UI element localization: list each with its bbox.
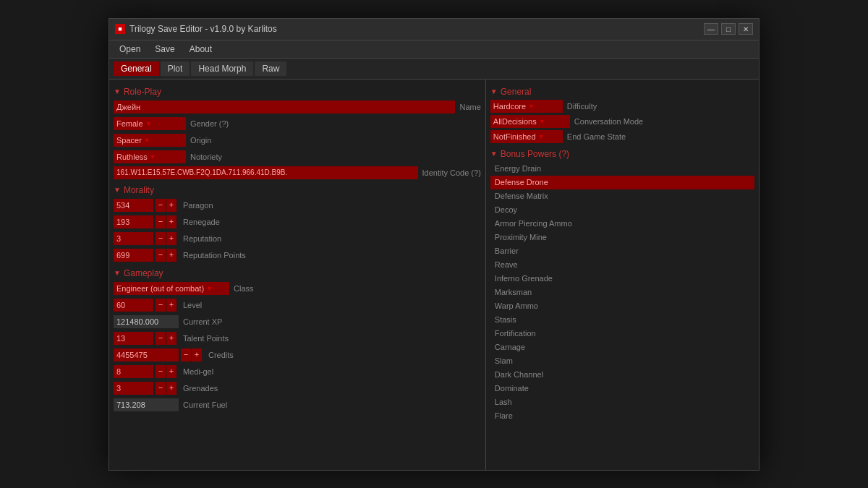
gameplay-collapse-icon[interactable]: ▼ [114,269,121,277]
bonus-power-item-17[interactable]: Lash [490,395,754,409]
bonus-power-item-6[interactable]: Barrier [490,244,754,258]
menu-about[interactable]: About [185,43,216,56]
grenades-input[interactable] [114,382,153,395]
bonus-power-item-7[interactable]: Reave [490,258,754,272]
gameplay-section-header: ▼ Gameplay [114,268,481,278]
endgame-row: NotFinished ▼ End Game State [490,130,754,143]
endgame-label: End Game State [567,132,626,141]
paragon-input[interactable] [114,199,153,212]
renegade-minus[interactable]: − [156,215,166,228]
conversation-dropdown[interactable]: AllDecisions ▼ [490,115,570,128]
bonus-power-item-18[interactable]: Flare [490,409,754,423]
reputation-plus[interactable]: + [166,232,176,245]
gender-dropdown-arrow: ▼ [145,120,152,127]
conversation-row: AllDecisions ▼ Conversation Mode [490,115,754,128]
fuel-value: 713.208 [114,398,179,411]
name-row: Name [114,100,481,114]
tab-head-morph[interactable]: Head Morph [191,61,253,76]
bonus-power-item-0[interactable]: Energy Drain [490,162,754,176]
morality-section-header: ▼ Morality [114,185,481,195]
paragon-row: − + Paragon [114,198,481,213]
close-button[interactable]: ✕ [739,23,753,35]
bonus-power-item-2[interactable]: Defense Matrix [490,189,754,203]
bonus-power-item-15[interactable]: Dark Channel [490,368,754,382]
grenades-minus[interactable]: − [156,382,166,395]
rep-points-input[interactable] [114,249,153,262]
paragon-stepper: − + [156,199,176,212]
notoriety-dropdown[interactable]: Ruthless ▼ [114,150,186,163]
credits-minus[interactable]: − [181,348,191,361]
tab-plot[interactable]: Plot [161,61,190,76]
medigel-plus[interactable]: + [166,365,176,378]
medigel-input[interactable] [114,365,153,378]
bonus-powers-section-header: ▼ Bonus Powers (?) [490,149,754,159]
general-collapse-icon[interactable]: ▼ [490,87,498,95]
reputation-row: − + Reputation [114,231,481,246]
difficulty-dropdown[interactable]: Hardcore ▼ [490,100,563,113]
credits-label: Credits [208,351,234,359]
bonus-power-item-13[interactable]: Carnage [490,341,754,354]
bonus-power-item-11[interactable]: Stasis [490,313,754,327]
roleplay-section-header: ▼ Role-Play [114,87,481,97]
reputation-minus[interactable]: − [156,232,166,245]
gender-dropdown[interactable]: Female ▼ [114,117,186,130]
bonus-power-item-10[interactable]: Warp Ammo [490,299,754,313]
bonus-powers-list: Energy DrainDefense DroneDefense MatrixD… [490,162,754,423]
credits-plus[interactable]: + [192,348,202,361]
bonus-power-item-4[interactable]: Armor Piercing Ammo [490,217,754,231]
roleplay-collapse-icon[interactable]: ▼ [114,87,121,95]
conversation-label: Conversation Mode [574,117,643,126]
rep-points-row: − + Reputation Points [114,248,481,262]
level-input[interactable] [114,299,153,312]
class-dropdown[interactable]: Engineer (out of combat) ▼ [114,282,229,295]
credits-stepper: − + [181,348,202,361]
endgame-dropdown[interactable]: NotFinished ▼ [490,130,563,143]
origin-dropdown[interactable]: Spacer ▼ [114,134,186,147]
talent-label: Talent Points [183,334,229,343]
menu-bar: Open Save About [109,40,759,59]
notoriety-dropdown-arrow: ▼ [150,153,156,160]
class-row: Engineer (out of combat) ▼ Class [114,281,481,296]
name-input[interactable] [114,100,455,114]
level-plus[interactable]: + [166,299,176,312]
bonus-power-item-1[interactable]: Defense Drone [490,176,754,189]
talent-minus[interactable]: − [156,332,166,345]
talent-input[interactable] [114,332,153,345]
bonus-power-item-5[interactable]: Proximity Mine [490,231,754,244]
identity-row: 161.W11.E15.57E.CWB.F2Q.1DA.711.966.41D.… [114,166,481,179]
menu-save[interactable]: Save [150,43,179,56]
paragon-plus[interactable]: + [166,199,176,212]
tab-raw[interactable]: Raw [255,61,286,76]
medigel-minus[interactable]: − [156,365,166,378]
origin-row: Spacer ▼ Origin [114,133,481,147]
bonus-power-item-3[interactable]: Decoy [490,203,754,217]
notoriety-row: Ruthless ▼ Notoriety [114,150,481,164]
bonus-powers-collapse-icon[interactable]: ▼ [490,150,498,158]
left-panel: ▼ Role-Play Name Female ▼ Gender (?) Spa… [109,80,486,470]
renegade-row: − + Renegade [114,215,481,229]
credits-input[interactable] [114,348,179,361]
tab-general[interactable]: General [114,61,159,76]
rep-points-minus[interactable]: − [156,249,166,262]
bonus-power-item-14[interactable]: Slam [490,354,754,368]
main-window: ■ Trilogy Save Editor - v1.9.0 by Karlit… [109,18,760,471]
bonus-power-item-16[interactable]: Dominate [490,382,754,395]
renegade-plus[interactable]: + [166,215,176,228]
menu-open[interactable]: Open [115,43,145,56]
grenades-plus[interactable]: + [166,382,176,395]
minimize-button[interactable]: — [704,23,718,35]
renegade-input[interactable] [114,215,153,228]
talent-plus[interactable]: + [166,332,176,345]
maximize-button[interactable]: □ [721,23,736,35]
fuel-row: 713.208 Current Fuel [114,398,481,412]
rep-points-plus[interactable]: + [166,249,176,262]
morality-collapse-icon[interactable]: ▼ [114,186,121,194]
level-minus[interactable]: − [156,299,166,312]
paragon-minus[interactable]: − [156,199,166,212]
bonus-power-item-9[interactable]: Marksman [490,286,754,299]
reputation-input[interactable] [114,232,153,245]
bonus-power-item-8[interactable]: Inferno Grenade [490,272,754,286]
bonus-power-item-12[interactable]: Fortification [490,327,754,341]
origin-label: Origin [190,136,211,145]
rep-points-label: Reputation Points [183,251,246,260]
